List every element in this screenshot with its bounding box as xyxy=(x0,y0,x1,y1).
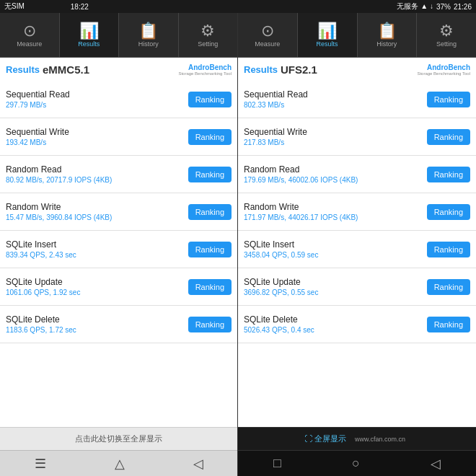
measure-icon-right: ⊙ xyxy=(261,23,274,39)
setting-label-right: Setting xyxy=(436,40,457,48)
back-button-right[interactable]: ◁ xyxy=(419,453,452,475)
left-tab-results[interactable]: 📊 Results xyxy=(60,13,120,57)
left-bench-item-0: Sequential Read 297.79 MB/s Ranking xyxy=(0,81,237,118)
bench-value-4-right: 3458.04 QPS, 0.59 sec xyxy=(244,251,427,259)
ranking-btn-5-left[interactable]: Ranking xyxy=(188,279,232,295)
left-bench-item-6: SQLite Delete 1183.6 QPS, 1.72 sec Ranki… xyxy=(0,306,237,343)
results-icon: 📊 xyxy=(79,23,99,39)
home-button-left[interactable]: △ xyxy=(103,453,136,475)
androbench-logo-right: AndroBench Storage Benchmarking Tool xyxy=(417,63,470,76)
ranking-btn-0-right[interactable]: Ranking xyxy=(427,92,470,107)
bench-name-0-left: Sequential Read xyxy=(6,89,188,100)
results-label-tab: Results xyxy=(78,40,100,48)
results-word-left: Results xyxy=(6,64,40,75)
left-tab-bar: ⊙ Measure 📊 Results 📋 History ⚙ Setting xyxy=(0,13,237,58)
battery-label: 37% xyxy=(436,3,451,11)
bench-value-6-right: 5026.43 QPS, 0.4 sec xyxy=(244,326,427,334)
right-tab-bar: ⊙ Measure 📊 Results 📋 History ⚙ Setting xyxy=(238,13,476,58)
andro-sub-right: Storage Benchmarking Tool xyxy=(417,71,470,76)
bench-name-1-left: Sequential Write xyxy=(6,127,188,137)
ranking-btn-1-left[interactable]: Ranking xyxy=(188,129,232,145)
left-bench-item-3: Random Write 15.47 MB/s, 3960.84 IOPS (4… xyxy=(0,193,237,231)
bench-info-1-left: Sequential Write 193.42 MB/s xyxy=(6,127,188,146)
status-right: 无服务 ▲ ↓ 37% 21:26 xyxy=(397,1,472,12)
menu-button-left[interactable]: ☰ xyxy=(23,453,58,475)
home-button-right[interactable]: ○ xyxy=(340,453,371,474)
bench-name-3-right: Random Write xyxy=(244,202,427,212)
setting-icon-right: ⚙ xyxy=(439,23,454,39)
left-panel: ⊙ Measure 📊 Results 📋 History ⚙ Setting … xyxy=(0,13,238,476)
bench-name-0-right: Sequential Read xyxy=(244,89,427,100)
setting-label-left: Setting xyxy=(198,40,218,48)
right-tab-measure[interactable]: ⊙ Measure xyxy=(238,13,298,57)
left-tab-history[interactable]: 📋 History xyxy=(119,13,179,57)
ranking-btn-3-right[interactable]: Ranking xyxy=(427,204,470,220)
bench-info-6-left: SQLite Delete 1183.6 QPS, 1.72 sec xyxy=(6,314,188,334)
ranking-btn-5-right[interactable]: Ranking xyxy=(427,279,470,295)
back-button-left[interactable]: ◁ xyxy=(182,453,215,475)
results-icon-right: 📊 xyxy=(317,23,337,39)
bench-value-5-left: 1061.06 QPS, 1.92 sec xyxy=(6,288,188,296)
fullscreen-toggle-left[interactable]: 点击此处切换至全屏显示 xyxy=(75,433,162,444)
ranking-btn-4-right[interactable]: Ranking xyxy=(427,242,470,257)
andro-text-right: AndroBench xyxy=(427,63,470,71)
right-bottom-bar[interactable]: ⛶ 全屏显示 www.cfan.com.cn xyxy=(238,427,476,450)
left-tab-measure[interactable]: ⊙ Measure xyxy=(0,13,60,57)
bench-value-0-right: 802.33 MB/s xyxy=(244,101,427,109)
measure-icon: ⊙ xyxy=(23,23,36,39)
time-label: 18:22 xyxy=(71,3,89,11)
bench-value-2-left: 80.92 MB/s, 20717.9 IOPS (4KB) xyxy=(6,176,188,184)
results-label-tab-right: Results xyxy=(317,40,338,48)
bench-name-2-right: Random Read xyxy=(244,164,427,175)
left-bottom-bar[interactable]: 点击此处切换至全屏显示 xyxy=(0,427,237,450)
bench-value-4-left: 839.34 QPS, 2.43 sec xyxy=(6,251,188,259)
right-tab-results[interactable]: 📊 Results xyxy=(298,13,358,57)
right-bench-item-3: Random Write 171.97 MB/s, 44026.17 IOPS … xyxy=(238,193,476,231)
measure-label-right: Measure xyxy=(255,40,280,48)
ranking-btn-0-left[interactable]: Ranking xyxy=(188,92,232,107)
right-tab-history[interactable]: 📋 History xyxy=(358,13,418,57)
bench-info-5-left: SQLite Update 1061.06 QPS, 1.92 sec xyxy=(6,277,188,296)
bench-value-3-right: 171.97 MB/s, 44026.17 IOPS (4KB) xyxy=(244,213,427,221)
bench-value-5-right: 3696.82 QPS, 0.55 sec xyxy=(244,288,427,296)
bench-info-4-left: SQLite Insert 839.34 QPS, 2.43 sec xyxy=(6,239,188,259)
fullscreen-toggle-right[interactable]: ⛶ 全屏显示 xyxy=(304,433,346,444)
right-bench-item-4: SQLite Insert 3458.04 QPS, 0.59 sec Rank… xyxy=(238,231,476,268)
bench-info-3-left: Random Write 15.47 MB/s, 3960.84 IOPS (4… xyxy=(6,202,188,221)
bench-info-2-left: Random Read 80.92 MB/s, 20717.9 IOPS (4K… xyxy=(6,164,188,184)
bench-info-0-right: Sequential Read 802.33 MB/s xyxy=(244,89,427,109)
bench-info-3-right: Random Write 171.97 MB/s, 44026.17 IOPS … xyxy=(244,202,427,221)
ranking-btn-3-left[interactable]: Ranking xyxy=(188,204,232,220)
right-panel: ⊙ Measure 📊 Results 📋 History ⚙ Setting … xyxy=(238,13,476,476)
ranking-btn-2-right[interactable]: Ranking xyxy=(427,167,470,182)
right-bench-item-1: Sequential Write 217.83 MB/s Ranking xyxy=(238,118,476,156)
status-bar: 无SIM 18:22 无服务 ▲ ↓ 37% 21:26 xyxy=(0,0,476,13)
andro-sub-left: Storage Benchmarking Tool xyxy=(178,71,232,76)
storage-type-left: eMMC5.1 xyxy=(43,63,89,76)
left-nav-bar: ☰ △ ◁ xyxy=(0,450,237,476)
recent-button-right[interactable]: □ xyxy=(262,453,293,474)
ranking-btn-1-right[interactable]: Ranking xyxy=(427,129,470,145)
status-left: 无SIM 18:22 xyxy=(4,1,89,12)
bench-name-6-right: SQLite Delete xyxy=(244,314,427,325)
bench-value-2-right: 179.69 MB/s, 46002.06 IOPS (4KB) xyxy=(244,176,427,184)
left-bench-list: Sequential Read 297.79 MB/s Ranking Sequ… xyxy=(0,81,237,427)
ranking-btn-6-left[interactable]: Ranking xyxy=(188,317,232,332)
bench-info-2-right: Random Read 179.69 MB/s, 46002.06 IOPS (… xyxy=(244,164,427,184)
right-tab-setting[interactable]: ⚙ Setting xyxy=(417,13,476,57)
right-nav-bar: □ ○ ◁ xyxy=(238,450,476,476)
bench-name-1-right: Sequential Write xyxy=(244,127,427,137)
ranking-btn-6-right[interactable]: Ranking xyxy=(427,317,470,332)
bench-value-1-left: 193.42 MB/s xyxy=(6,138,188,146)
bench-value-0-left: 297.79 MB/s xyxy=(6,101,188,109)
ranking-btn-4-left[interactable]: Ranking xyxy=(188,242,232,257)
bench-value-3-left: 15.47 MB/s, 3960.84 IOPS (4KB) xyxy=(6,213,188,221)
bench-name-6-left: SQLite Delete xyxy=(6,314,188,325)
left-tab-setting[interactable]: ⚙ Setting xyxy=(179,13,238,57)
left-bench-item-4: SQLite Insert 839.34 QPS, 2.43 sec Ranki… xyxy=(0,231,237,268)
watermark-right: www.cfan.com.cn xyxy=(351,436,410,443)
left-results-header: Results eMMC5.1 AndroBench Storage Bench… xyxy=(0,58,237,81)
ranking-btn-2-left[interactable]: Ranking xyxy=(188,167,232,182)
bench-name-3-left: Random Write xyxy=(6,202,188,212)
right-bench-item-2: Random Read 179.69 MB/s, 46002.06 IOPS (… xyxy=(238,156,476,193)
